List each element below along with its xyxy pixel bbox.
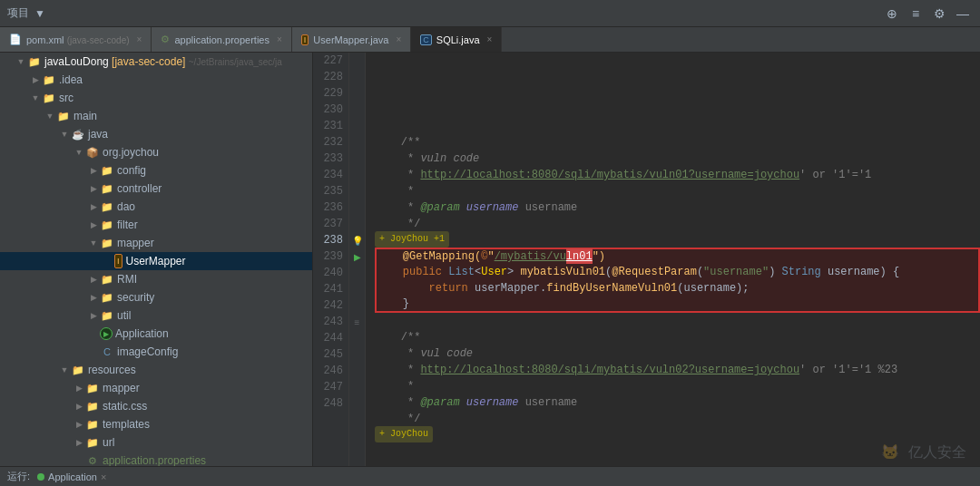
tree-org-joychou[interactable]: ▼ 📦 org.joychou: [0, 143, 312, 161]
tree-src[interactable]: ▼ 📁 src: [0, 89, 312, 107]
globe-icon[interactable]: ⊕: [882, 4, 902, 24]
tab-usermapper-label: UserMapper.java: [313, 34, 388, 45]
tab-sqli[interactable]: C SQLi.java ×: [411, 27, 502, 52]
code-area[interactable]: /** * vuln code * http://localhost:8080/…: [366, 53, 980, 466]
code-line-239: public List<User> mybatisVuln01(@Request…: [375, 264, 980, 280]
tree-static-css[interactable]: ▶ 📁 static.css: [0, 397, 312, 415]
comment-247c: [460, 394, 466, 411]
tree-config-label: config: [117, 164, 146, 177]
kw-user: User: [481, 264, 507, 280]
tree-rmi[interactable]: ▶ 📁 RMI: [0, 270, 312, 288]
code-line-228: [375, 69, 980, 85]
joychou-badge-1: + JoyChou +1: [375, 231, 449, 248]
project-menu[interactable]: 项目 ▼: [7, 5, 45, 21]
tab-pom-close[interactable]: ×: [137, 34, 142, 44]
tab-props-label: application.properties: [174, 34, 270, 45]
comment-247a: *: [375, 394, 420, 411]
tree-mapper-res-label: mapper: [103, 382, 140, 394]
tree-java[interactable]: ▼ ☕ java: [0, 125, 312, 143]
top-bar: 项目 ▼ ⊕ ≡ ⚙ —: [0, 0, 980, 27]
comment-236b: @param: [420, 199, 459, 216]
tree-security[interactable]: ▶ 📁 security: [0, 288, 312, 306]
tab-pom-label: pom.xml (java-sec-code): [26, 34, 130, 45]
editor-content[interactable]: 227 228 229 230 231 232 233 234 235 236 …: [313, 53, 980, 466]
tab-usermapper-close[interactable]: ×: [396, 34, 401, 44]
comment-232: /**: [375, 134, 420, 151]
tree-config[interactable]: ▶ 📁 config: [0, 161, 312, 180]
gutter-fold[interactable]: ≡: [349, 314, 365, 330]
comment-234-url: http://localhost:8080/sqli/mybatis/vuln0…: [420, 167, 799, 183]
tree-filter-label: filter: [117, 219, 138, 231]
tree-application-label: Application: [115, 327, 169, 340]
tree-usermapper[interactable]: I UserMapper: [0, 252, 312, 270]
kw-gt: >: [507, 264, 514, 280]
tree-java-label: java: [88, 128, 108, 141]
tree-url[interactable]: ▶ 📁 url: [0, 433, 312, 452]
tree-main[interactable]: ▼ 📁 main: [0, 107, 312, 125]
tree-rmi-label: RMI: [117, 273, 137, 286]
dropdown-arrow: ▼: [34, 7, 45, 20]
tab-pom[interactable]: 📄 pom.xml (java-sec-code) ×: [0, 27, 152, 52]
tree-root[interactable]: ▼ 📁 javaLouDong [java-sec-code] ~/JetBra…: [0, 53, 312, 71]
code-line-238: @GetMapping(©"/mybatis/vuln01"): [375, 248, 980, 264]
comment-244: * vul code: [375, 345, 473, 362]
side-gutter: 💡 ▶ ≡: [349, 53, 366, 466]
line-numbers: 227 228 229 230 231 232 233 234 235 236 …: [313, 53, 349, 466]
tree-app-props[interactable]: ⚙ application.properties: [0, 452, 312, 466]
joychou-tag-bottom: + JoyChou: [375, 427, 980, 442]
run-indicator[interactable]: Application ×: [37, 471, 106, 482]
tree-root-label: javaLouDong [java-sec-code] ~/JetBrains/…: [44, 55, 282, 68]
tree-application[interactable]: ▶ Application: [0, 325, 312, 343]
tree-org-joychou-label: org.joychou: [103, 146, 159, 159]
reg-symbol: ©: [481, 248, 487, 265]
annotation-sym2: ": [487, 248, 494, 265]
run-app-label: Application: [48, 471, 97, 482]
tree-dao[interactable]: ▶ 📁 dao: [0, 198, 312, 216]
code-line-234: * http://localhost:8080/sqli/mybatis/vul…: [375, 167, 980, 183]
list-icon[interactable]: ≡: [906, 4, 926, 24]
tree-main-label: main: [74, 110, 97, 122]
code-line-241: }: [375, 296, 980, 313]
tree-resources[interactable]: ▼ 📁 resources: [0, 361, 312, 379]
gear-icon[interactable]: ⚙: [929, 4, 949, 24]
tree-idea[interactable]: ▶ 📁 .idea: [0, 71, 312, 89]
tree-mapper-res[interactable]: ▶ 📁 mapper: [0, 379, 312, 397]
tab-sqli-label: SQLi.java: [436, 34, 480, 45]
tree-controller[interactable]: ▶ 📁 controller: [0, 180, 312, 198]
tree-util[interactable]: ▶ 📁 util: [0, 306, 312, 325]
code-line-248: */: [375, 411, 980, 427]
code-line-229: [375, 85, 980, 102]
tree-imageconfig-label: imageConfig: [117, 345, 178, 358]
code-line-235: *: [375, 183, 980, 199]
tab-sqli-close[interactable]: ×: [487, 34, 493, 44]
tree-idea-label: .idea: [59, 73, 83, 86]
tree-src-label: src: [59, 92, 74, 104]
comment-236a: *: [375, 199, 420, 216]
mapper-icon: I: [301, 34, 309, 45]
tree-templates[interactable]: ▶ 📁 templates: [0, 415, 312, 433]
gutter-bulb[interactable]: 💡: [349, 232, 365, 248]
tree-static-css-label: static.css: [103, 400, 147, 413]
code-line-233: * vuln code: [375, 151, 980, 167]
code-line-246: *: [375, 378, 980, 394]
tree-mapper[interactable]: ▼ 📁 mapper: [0, 234, 312, 252]
run-close[interactable]: ×: [101, 471, 106, 482]
tab-props[interactable]: ⚙ application.properties ×: [152, 27, 291, 52]
comment-234b: ' or '1'='1: [799, 167, 871, 183]
code-line-236: * @param username username: [375, 199, 980, 216]
kw-paren3: ): [769, 264, 775, 280]
tree-imageconfig[interactable]: C imageConfig: [0, 343, 312, 361]
tree-mapper-label: mapper: [117, 237, 154, 249]
main-content: ▼ 📁 javaLouDong [java-sec-code] ~/JetBra…: [0, 53, 980, 466]
tab-usermapper[interactable]: I UserMapper.java ×: [292, 27, 412, 52]
tab-props-close[interactable]: ×: [277, 34, 282, 44]
kw-return: return: [377, 280, 475, 296]
kw-list-239: List: [448, 264, 475, 280]
tree-filter[interactable]: ▶ 📁 filter: [0, 216, 312, 234]
comment-236d: username: [466, 199, 519, 216]
tree-usermapper-label: UserMapper: [126, 255, 186, 267]
comment-243: /**: [375, 329, 420, 345]
sidebar[interactable]: ▼ 📁 javaLouDong [java-sec-code] ~/JetBra…: [0, 53, 313, 466]
gutter-arrow: ▶: [349, 248, 365, 265]
minimize-icon[interactable]: —: [953, 4, 973, 24]
